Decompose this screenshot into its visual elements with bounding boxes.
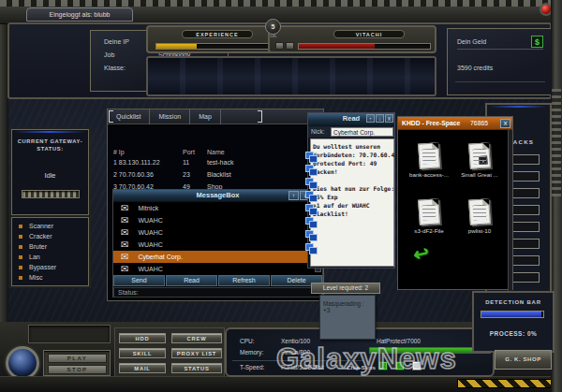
file-item[interactable]: x Small Great ...: [456, 143, 503, 178]
envelope-icon: ✉: [121, 240, 128, 250]
class-label: Klasse:: [104, 65, 126, 71]
send-button[interactable]: Send: [113, 275, 165, 286]
message-row-selected[interactable]: ✉Cyberhat Corp.: [113, 251, 322, 263]
city-image-panel: [146, 56, 436, 96]
detection-bar: [481, 311, 544, 318]
gateway-status-value: Idle: [12, 171, 88, 180]
vitachi-bar: [298, 43, 431, 50]
connect-icon[interactable]: [305, 165, 317, 175]
hdd-button[interactable]: HDD: [119, 333, 166, 343]
file-item[interactable]: pwlist-10: [456, 199, 503, 234]
money-icon: $: [531, 36, 543, 48]
message-row[interactable]: ✉WUAHC: [113, 226, 322, 239]
sidebar-item-bruter[interactable]: Bruter: [12, 241, 88, 252]
logged-in-tab[interactable]: Eingeloggt als: blubb: [26, 7, 133, 22]
hatprotect-label: HatProtect/7000: [377, 338, 421, 344]
tab-mission[interactable]: Mission: [150, 109, 190, 124]
crew-button[interactable]: CREW: [171, 333, 222, 343]
gk-shop-button[interactable]: G. K. SHOP: [495, 350, 552, 370]
read-titlebar[interactable]: Read ↑ ↓ X: [308, 113, 394, 126]
table-row[interactable]: 1 83.130.111.22 11 test-hack: [113, 159, 310, 166]
gateway-status-box: CURRENT GATEWAY-STATUS: Idle: [11, 129, 89, 215]
chip-slot-icon[interactable]: [378, 361, 388, 370]
connect-icon[interactable]: [305, 152, 317, 162]
message-row[interactable]: ✉WUAHC: [113, 214, 322, 226]
chip-slot-icon[interactable]: [412, 361, 422, 370]
masquerading-tooltip: Masquerading : +3: [319, 295, 376, 340]
connect-icon[interactable]: [305, 230, 317, 240]
envelope-icon: ✉: [121, 216, 128, 225]
connect-icon[interactable]: [305, 217, 317, 227]
mail-button[interactable]: MAIL: [119, 363, 166, 373]
nick-label: Nick:: [311, 128, 324, 135]
chip-slot-icon[interactable]: [395, 361, 405, 370]
globe-knob[interactable]: [6, 346, 39, 380]
message-body: Du wolltest unseren Verbündeten: 70.70.6…: [310, 138, 394, 267]
window-up-button[interactable]: ↑: [288, 191, 299, 200]
connect-icon[interactable]: [305, 204, 317, 214]
file-icon: [468, 198, 491, 225]
experience-label: EXPERIENCE: [182, 30, 253, 38]
window-up-button[interactable]: ↑: [366, 114, 375, 123]
envelope-icon: ✉: [121, 253, 128, 262]
cpu-label: CPU:: [240, 338, 255, 344]
messagebox-titlebar[interactable]: MessageBox ↑ ↓ X: [113, 190, 322, 202]
table-row[interactable]: 2 70.70.60.36 23 Blacklist: [113, 171, 310, 178]
bullet-icon: [19, 266, 22, 269]
tab-quicklist[interactable]: Quicklist: [108, 109, 150, 124]
window-down-button[interactable]: ↓: [376, 114, 384, 123]
bullet-icon: [19, 235, 22, 239]
connect-icon-stack: [305, 152, 317, 254]
connect-icon[interactable]: [305, 243, 317, 254]
money-box: Dein Geld $ 3590 credits: [447, 28, 552, 95]
status-button[interactable]: STATUS: [171, 363, 222, 373]
sidebar-item-bypasser[interactable]: Bypasser: [12, 262, 88, 272]
sidebar-item-scanner[interactable]: Scanner: [12, 221, 88, 231]
memory-value: Pinton/800: [281, 349, 310, 356]
connect-icon[interactable]: [305, 178, 317, 188]
khdd-scrollbar[interactable]: [508, 130, 512, 291]
blue-glow-line: [14, 131, 85, 133]
bullet-icon: [19, 255, 22, 259]
detection-panel: DETECTION BAR PROCESS: 0%: [472, 291, 555, 353]
bullet-icon: [19, 225, 22, 228]
shortcut-button-grid: HDD CREW SKILL PROXY LIST MAIL STATUS: [114, 327, 225, 378]
file-item[interactable]: s3-dF2-File: [406, 199, 452, 234]
message-row[interactable]: ✉WUAHC: [113, 239, 322, 251]
message-row[interactable]: ✉Mitnick: [113, 202, 322, 214]
window-close-button[interactable]: X: [500, 119, 510, 128]
file-item[interactable]: bank-access-...: [406, 143, 452, 178]
khdd-titlebar[interactable]: KHDD - Free-Space 76865 X: [398, 117, 512, 130]
level-required-button[interactable]: Level required: 2: [311, 283, 380, 294]
sidebar-item-cracker[interactable]: Cracker: [12, 231, 88, 241]
bar-connector: [286, 42, 294, 50]
experience-fill: [156, 44, 197, 49]
skill-button[interactable]: SKILL: [119, 348, 166, 358]
message-row[interactable]: ✉WUAHC: [113, 263, 322, 274]
tab-bar-bracket: [109, 110, 113, 123]
free-space-value: 76865: [470, 117, 488, 129]
messagebox-buttons: Send Read Refresh Delete: [113, 275, 322, 286]
connect-icon[interactable]: [305, 191, 317, 201]
window-close-button[interactable]: X: [385, 114, 393, 123]
bullet-icon: [19, 245, 22, 249]
file-icon: x: [468, 142, 491, 168]
tab-bar: Quicklist Mission Map: [108, 109, 323, 124]
stop-button[interactable]: STOP: [48, 365, 107, 374]
sidebar-item-misc[interactable]: Misc: [12, 272, 88, 283]
play-button[interactable]: PLAY: [48, 354, 107, 363]
money-value: 3590 credits: [457, 65, 493, 71]
detection-title: DETECTION BAR: [474, 299, 553, 305]
read-button[interactable]: Read: [166, 275, 217, 286]
nick-input[interactable]: Cyberhat Corp.: [331, 127, 393, 137]
divider: [455, 81, 545, 82]
nick-row: Nick: Cyberhat Corp.: [308, 126, 394, 138]
envelope-icon: ✉: [121, 228, 128, 238]
proxy-list-button[interactable]: PROXY LIST: [171, 348, 222, 358]
tab-map[interactable]: Map: [190, 109, 221, 124]
refresh-button[interactable]: Refresh: [218, 275, 270, 286]
sidebar-item-lan[interactable]: Lan: [12, 252, 88, 262]
process-label: PROCESS: 0%: [474, 330, 553, 337]
status-field: Status:: [113, 287, 322, 298]
back-arrow-icon[interactable]: ↩: [411, 241, 431, 267]
